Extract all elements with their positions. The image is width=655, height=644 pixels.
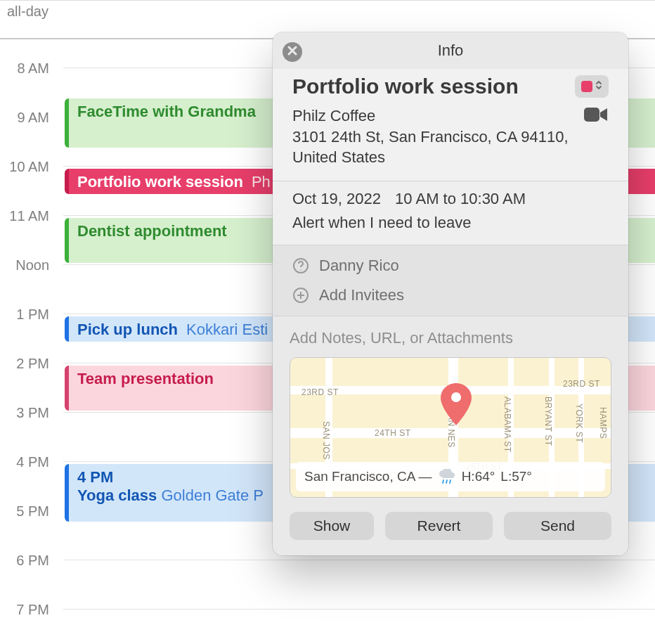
invitee-row[interactable]: Danny Rico: [273, 251, 628, 281]
allday-label: all-day: [7, 4, 48, 20]
rain-icon: [438, 469, 456, 484]
popover-title: Info: [438, 41, 464, 60]
notes-field[interactable]: Add Notes, URL, or Attachments: [290, 326, 611, 357]
event-title: Team presentation: [77, 370, 214, 388]
close-icon: [287, 45, 298, 59]
event-location: Ph: [252, 173, 271, 191]
hour-label: 2 PM: [0, 356, 53, 372]
send-button[interactable]: Send: [504, 512, 611, 540]
event-side: [645, 316, 655, 342]
hour-label: 1 PM: [0, 307, 53, 323]
map-city: San Francisco, CA —: [304, 469, 432, 484]
map-street-label: 23RD ST: [301, 387, 339, 397]
calendar-color-picker[interactable]: [575, 75, 609, 98]
map-street-label: 24TH ST: [375, 428, 411, 438]
invitees-section: Danny Rico Add Invitees: [273, 245, 628, 316]
event-title: Portfolio work session: [77, 173, 243, 191]
invitee-name: Danny Rico: [319, 257, 399, 275]
map-street-label: BRYANT ST: [543, 397, 553, 446]
event-side: [645, 366, 655, 411]
map-pin-icon: [441, 383, 472, 425]
event-location: Golden Gate P: [161, 487, 264, 504]
add-video-call-button[interactable]: [578, 105, 609, 168]
revert-button[interactable]: Revert: [385, 512, 493, 540]
hour-label: 7 PM: [0, 602, 53, 618]
svg-rect-0: [584, 108, 599, 122]
hour-label: 9 AM: [0, 110, 53, 126]
map-low: L:57°: [500, 469, 532, 484]
alert-row[interactable]: Alert when I need to leave: [292, 214, 609, 232]
map-street-label: SAN JOS: [321, 421, 331, 460]
show-button[interactable]: Show: [290, 512, 374, 540]
add-invitees-button[interactable]: Add Invitees: [273, 281, 628, 310]
map-street-label: HAMPS: [598, 407, 608, 439]
hour-label: 3 PM: [0, 405, 53, 421]
event-time-range: 10 AM to 10:30 AM: [395, 190, 526, 207]
svg-point-4: [451, 392, 461, 402]
video-icon: [583, 105, 609, 168]
location-field[interactable]: Philz Coffee 3101 24th St, San Francisco…: [292, 105, 578, 168]
event-date: Oct 19, 2022: [292, 190, 381, 207]
question-circle-icon: [292, 257, 311, 274]
hour-label: 10 AM: [0, 159, 53, 175]
event-side: [645, 169, 655, 194]
hour-label: 11 AM: [0, 208, 53, 224]
hour-label: Noon: [0, 257, 53, 273]
plus-circle-icon: [292, 287, 311, 304]
event-title: Dentist appointment: [77, 222, 227, 240]
event-location: Kokkari Esti: [186, 321, 268, 339]
map-weather-bar: San Francisco, CA — H:64° L:57°: [296, 462, 605, 491]
chevron-updown-icon: [595, 79, 602, 94]
hour-label: 8 AM: [0, 60, 53, 77]
svg-point-2: [300, 269, 301, 271]
hour-label: 6 PM: [0, 553, 53, 569]
event-title-field[interactable]: Portfolio work session: [292, 75, 568, 98]
close-button[interactable]: [283, 42, 302, 62]
title-section: Portfolio work session Philz Coffee 3101…: [273, 69, 628, 181]
add-invitees-label: Add Invitees: [319, 286, 404, 304]
event-side: [645, 464, 655, 522]
map-street-label: 23RD ST: [563, 379, 600, 389]
event-side: [645, 98, 655, 148]
hour-label: 4 PM: [0, 454, 53, 470]
datetime-section[interactable]: Oct 19, 2022 10 AM to 10:30 AM Alert whe…: [273, 181, 628, 245]
event-info-popover: Info Portfolio work session Philz Coffee…: [273, 32, 628, 555]
hour-label: 5 PM: [0, 503, 53, 520]
map-street-label: ALABAMA ST: [502, 397, 512, 453]
map-street-label: YORK ST: [574, 404, 584, 443]
event-title: Pick up lunch: [77, 321, 178, 339]
location-address: 3101 24th St, San Francisco, CA 94110, U…: [292, 128, 569, 167]
location-map[interactable]: 23RD ST 23RD ST 24TH ST 25TH ST S VAN NE…: [290, 357, 611, 498]
color-swatch-icon: [581, 81, 592, 92]
map-high: H:64°: [462, 469, 495, 484]
event-title: Yoga class: [77, 487, 157, 504]
location-name: Philz Coffee: [292, 107, 375, 124]
popover-header: Info: [273, 32, 628, 69]
event-side: [645, 218, 655, 263]
event-title: FaceTime with Grandma: [77, 103, 256, 121]
